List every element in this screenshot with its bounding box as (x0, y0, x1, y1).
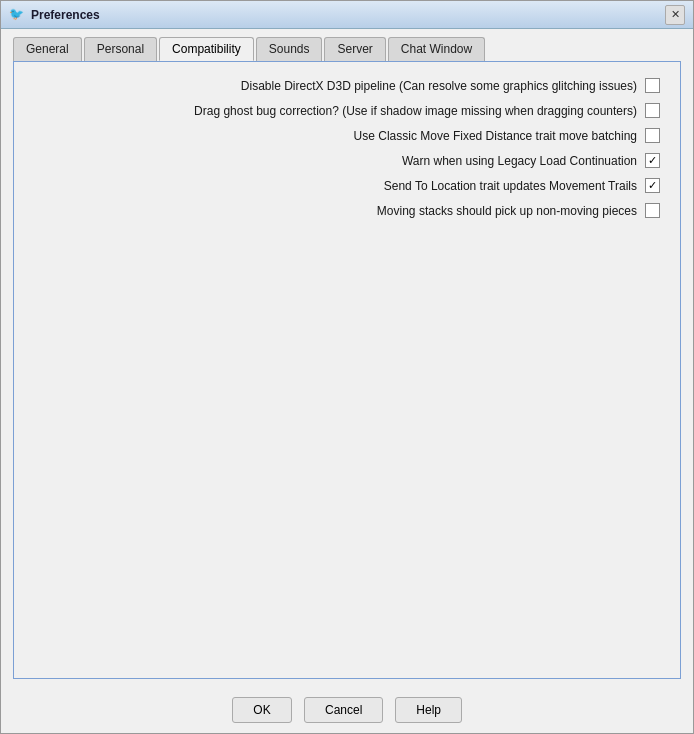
cancel-button[interactable]: Cancel (304, 697, 383, 723)
compatibility-panel: Disable DirectX D3D pipeline (Can resolv… (13, 61, 681, 679)
option-label-directx: Disable DirectX D3D pipeline (Can resolv… (34, 79, 637, 93)
option-row-movement-trails: Send To Location trait updates Movement … (34, 178, 660, 193)
preferences-window: 🐦 Preferences ✕ General Personal Compati… (0, 0, 694, 734)
tab-personal[interactable]: Personal (84, 37, 157, 61)
option-label-legacy-load: Warn when using Legacy Load Continuation (34, 154, 637, 168)
checkbox-legacy-load[interactable] (645, 153, 660, 168)
footer: OK Cancel Help (1, 687, 693, 733)
tab-compatibility[interactable]: Compatibility (159, 37, 254, 61)
option-label-moving-stacks: Moving stacks should pick up non-moving … (34, 204, 637, 218)
option-row-classic-move: Use Classic Move Fixed Distance trait mo… (34, 128, 660, 143)
help-button[interactable]: Help (395, 697, 462, 723)
app-icon: 🐦 (9, 7, 25, 23)
title-bar: 🐦 Preferences ✕ (1, 1, 693, 29)
window-title: Preferences (31, 8, 100, 22)
option-row-legacy-load: Warn when using Legacy Load Continuation (34, 153, 660, 168)
option-row-directx: Disable DirectX D3D pipeline (Can resolv… (34, 78, 660, 93)
tab-bar: General Personal Compatibility Sounds Se… (13, 37, 681, 61)
ok-button[interactable]: OK (232, 697, 292, 723)
checkbox-drag-ghost[interactable] (645, 103, 660, 118)
option-row-drag-ghost: Drag ghost bug correction? (Use if shado… (34, 103, 660, 118)
option-label-classic-move: Use Classic Move Fixed Distance trait mo… (34, 129, 637, 143)
option-row-moving-stacks: Moving stacks should pick up non-moving … (34, 203, 660, 218)
option-label-drag-ghost: Drag ghost bug correction? (Use if shado… (34, 104, 637, 118)
checkbox-directx[interactable] (645, 78, 660, 93)
content-area: General Personal Compatibility Sounds Se… (1, 29, 693, 687)
title-bar-left: 🐦 Preferences (9, 7, 100, 23)
tab-server[interactable]: Server (324, 37, 385, 61)
tab-chat-window[interactable]: Chat Window (388, 37, 485, 61)
close-button[interactable]: ✕ (665, 5, 685, 25)
tab-sounds[interactable]: Sounds (256, 37, 323, 61)
checkbox-classic-move[interactable] (645, 128, 660, 143)
tab-general[interactable]: General (13, 37, 82, 61)
checkbox-moving-stacks[interactable] (645, 203, 660, 218)
option-label-movement-trails: Send To Location trait updates Movement … (34, 179, 637, 193)
checkbox-movement-trails[interactable] (645, 178, 660, 193)
